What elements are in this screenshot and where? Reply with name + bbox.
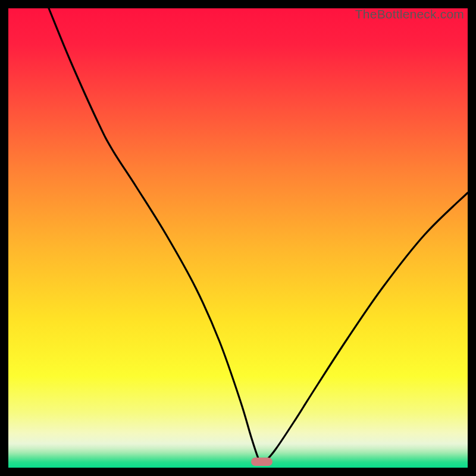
svg-rect-0 (8, 8, 468, 468)
optimal-point-marker (251, 458, 273, 466)
watermark-label: TheBottleneck.com (355, 7, 464, 21)
chart-frame: TheBottleneck.com (8, 8, 468, 468)
background-gradient (8, 8, 468, 468)
